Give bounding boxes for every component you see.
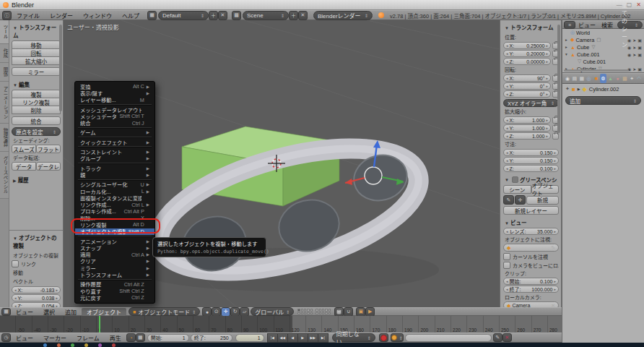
context-menu-item[interactable]: プロキシ作成... Ctrl Alt P ▶ [75,208,155,215]
location-slider[interactable]: ◂Z:0.00000▸ [503,58,551,65]
data-transfer-button[interactable]: データレ [36,162,61,171]
taskbar-app-icon[interactable] [112,343,116,347]
info-menu[interactable]: ウィンドウ [78,12,117,20]
timeline-menu[interactable]: ビュー [11,334,38,342]
playback-button[interactable]: |◀ [267,333,278,343]
context-menu-item[interactable]: やり直す Shift Ctrl Z ▶ [75,288,155,294]
outliner-row[interactable]: ▸ ▲ Cube ▽ ◉➤▣ [562,43,644,51]
tool-shelf-tab[interactable]: ツール [0,20,9,44]
title-bar[interactable]: Blender — ▢ ✕ [0,0,644,10]
timeline-menu[interactable]: マーカー [38,334,71,342]
pin-icon[interactable]: ✦ [565,86,570,92]
properties-tab[interactable]: ▩ [621,74,628,83]
frame-end-field[interactable]: 終了:250 [191,334,232,342]
context-menu-item[interactable]: 操作履歴 Ctrl Alt Z ▶ [75,281,155,288]
vector-field[interactable]: ◂X:-0.183▸ [12,286,61,294]
gp-move-icon[interactable]: ✛ [515,195,526,205]
renderability-icon[interactable]: ▣ [638,52,642,57]
view-panel-header[interactable]: ▼ビュー [503,217,559,228]
view3d-menu[interactable]: オブジェクト [82,308,126,316]
properties-tab[interactable]: ⚙ [600,74,607,83]
manipulator-rotate-icon[interactable]: ↻ [230,307,240,317]
info-menu[interactable]: レンダー [45,12,78,20]
context-menu-item[interactable]: レイヤー移動... M ▶ [75,97,155,103]
outliner-row[interactable]: ▽ Cube.001 ◉➤▣ [562,58,644,65]
outliner-menu[interactable]: 検索 [599,21,616,29]
record-button[interactable] [379,333,388,342]
join-button[interactable]: 統合 [12,116,61,125]
context-menu-item[interactable]: 変換 Alt C ▶ [75,83,155,90]
lock-icon[interactable] [552,133,559,140]
operator-panel-header[interactable]: ▼オブジェクトの複製 [12,232,61,251]
tool-shelf-tab[interactable]: アニメーション [0,82,9,124]
taskbar-app-icon[interactable] [98,343,102,347]
vector-field[interactable]: ◂Y:0.038▸ [12,294,61,301]
gp-new-layer-button[interactable]: 新規レイヤー [503,206,559,215]
mode-dropdown[interactable]: ■ オブジェクトモード⇕ [129,307,200,316]
context-menu-item[interactable]: クリア ▶ [75,258,155,265]
view3d-editor-icon[interactable]: ▦ [1,308,11,316]
os-taskbar[interactable] [0,343,644,347]
context-menu-item[interactable]: ミラー ▶ [75,265,155,271]
close-button[interactable]: ✕ [636,1,641,8]
view3d-menu[interactable]: 選択 [38,308,60,316]
editor-type-icon[interactable]: ⓘ [2,11,12,20]
selectability-icon[interactable]: ➤ [632,52,636,57]
context-menu-item[interactable]: 面複製インスタンスに変換 ▶ [75,194,155,201]
tool-shelf-scrollbar[interactable] [59,25,62,111]
info-menu[interactable]: ヘルプ [117,12,144,20]
keying-set-field[interactable] [405,334,492,342]
taskbar-app-icon[interactable] [57,343,61,347]
n-panel-scrollbar[interactable] [557,25,560,133]
playback-button[interactable]: ▶▶ [308,333,318,343]
eyedropper-icon[interactable]: ✎ [493,333,502,342]
tool-shelf-tab[interactable]: グリースペンシル [0,152,9,199]
context-menu-item[interactable]: 表示/隠す ▶ [75,90,155,96]
properties-tab[interactable]: ◠ [635,74,643,83]
dimension-slider[interactable]: ◂Y:0.150▸ [503,157,559,164]
scene-icon[interactable]: ▩ [232,11,241,20]
timeline-menu[interactable]: 再生 [105,334,126,342]
edit-button[interactable]: 削除 [12,106,61,114]
gp-new-button[interactable]: 新規 [526,196,559,205]
context-menu-item[interactable]: コンストレイント ▶ [75,148,155,155]
outliner-display-dropdown[interactable]: 全てのシーン⇕ [617,21,643,29]
keying-set-dropdown[interactable]: ⇕ [391,333,404,342]
timeline-ruler[interactable]: -50-40-30-20-100102030405060708090100110… [0,316,562,333]
taskbar-app-icon[interactable] [43,343,47,347]
gp-source-tab[interactable]: シーン [503,185,531,194]
mirror-button[interactable]: ミラー [12,67,61,76]
context-menu-item[interactable]: トランスフォーム ▶ [75,271,155,278]
info-menu[interactable]: ファイル [12,12,45,20]
snap-magnet-icon[interactable]: ∪ [344,307,353,317]
playback-button[interactable]: ◀◀ [277,333,288,343]
context-menu-item[interactable]: グループ ▶ [75,155,155,162]
context-menu-item[interactable]: 元に戻す Ctrl Z ▶ [75,294,155,301]
context-menu-item[interactable]: 親 ▶ [75,171,155,178]
camera-lock-checkbox[interactable] [503,262,510,269]
properties-tab[interactable]: ▲ [606,74,614,83]
layers-widget-1[interactable] [297,309,313,314]
visibility-eye-icon[interactable]: ◉ [627,52,631,57]
scale-slider[interactable]: ◂Y:1.000▸ [503,124,551,132]
scale-slider[interactable]: ◂Z:1.000▸ [503,132,551,140]
visibility-eye-icon[interactable]: ◉ [627,38,631,43]
linked-checkbox[interactable] [12,260,19,267]
clip-start-slider[interactable]: ◂開始:0.100▸ [503,278,559,285]
clip-end-slider[interactable]: ◂終了:1000.000▸ [503,286,559,293]
properties-tab[interactable]: ◉ [564,74,571,83]
sync-dropdown[interactable]: 同期しない⇕ [332,333,375,342]
context-menu-item[interactable]: 適用 Ctrl A ▶ [75,252,155,258]
tool-shelf-tab[interactable]: 関係 [0,63,9,82]
keyingset-grid-icon[interactable]: ▦ [136,333,145,342]
lock-cursor-checkbox[interactable] [503,253,510,260]
screen-layout-icon[interactable]: ▦ [147,11,157,20]
tool-shelf-tab[interactable]: 作成 [0,44,9,63]
frame-start-field[interactable]: 開始:1 [147,334,189,342]
properties-tab[interactable]: ▦ [578,74,586,83]
autokey-clock-icon[interactable]: ◔ [126,333,136,342]
view3d-menu[interactable]: 追加 [60,308,82,316]
current-frame-playhead[interactable] [99,316,100,333]
location-slider[interactable]: ◂Y:0.20000▸ [503,50,551,57]
shading-button[interactable]: スムーズ [12,145,36,153]
